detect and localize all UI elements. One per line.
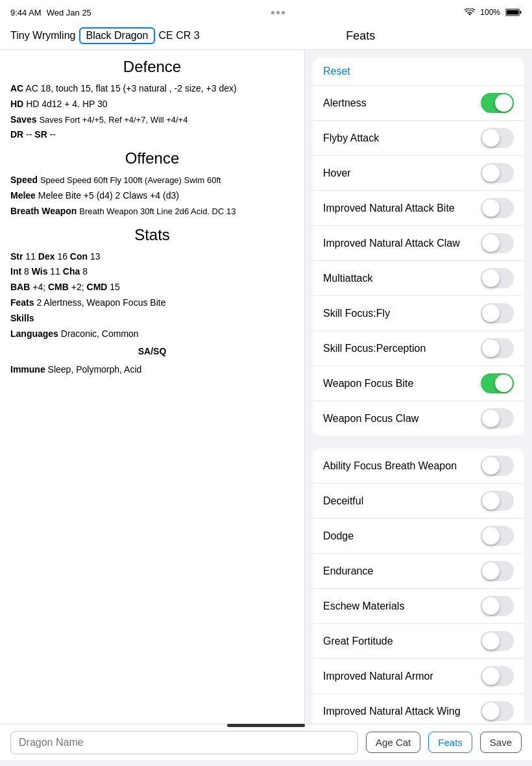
stats-title: Stats <box>10 226 294 244</box>
feat-toggle-improved-natural-attack-wing[interactable] <box>481 701 514 721</box>
feat-item-great-fortitude[interactable]: Great Fortitude <box>313 624 524 659</box>
defence-ac: AC AC 18, touch 15, flat 15 (+3 natural … <box>10 81 294 97</box>
feat-toggle-improved-natural-armor[interactable] <box>481 666 514 686</box>
status-date: Wed Jan 25 <box>47 8 91 18</box>
feat-toggle-improved-natural-attack-bite[interactable] <box>481 198 514 218</box>
offence-title: Offence <box>10 149 294 167</box>
scroll-indicator <box>227 724 305 727</box>
bottom-bar: Age Cat Feats Save <box>0 724 532 760</box>
feat-toggle-great-fortitude[interactable] <box>481 631 514 651</box>
feat-name-flyby-attack: Flyby Attack <box>323 132 379 144</box>
feat-toggle-deceitful[interactable] <box>481 491 514 511</box>
feat-name-improved-natural-attack-wing: Improved Natural Attack Wing <box>323 706 461 717</box>
offence-melee: Melee Melee Bite +5 (d4) 2 Claws +4 (d3) <box>10 188 294 204</box>
feat-toggle-improved-natural-attack-claw[interactable] <box>481 233 514 253</box>
defence-hd: HD HD 4d12 + 4. HP 30 <box>10 97 294 112</box>
feat-item-weapon-focus-bite[interactable]: Weapon Focus Bite <box>313 366 524 401</box>
feat-item-ability-focus-breath-weapon[interactable]: Ability Focus Breath Weapon <box>313 449 524 484</box>
svg-rect-2 <box>506 10 518 15</box>
svg-rect-1 <box>520 11 521 14</box>
stats-languages: Languages Draconic, Common <box>10 327 294 342</box>
feat-toggle-ability-focus-breath-weapon[interactable] <box>481 456 514 476</box>
status-time: 9:44 AM <box>10 8 42 18</box>
feat-name-alertness: Alertness <box>323 97 367 109</box>
feat-toggle-weapon-focus-bite[interactable] <box>481 373 514 393</box>
feat-toggle-hover[interactable] <box>481 163 514 183</box>
dragon-name-input[interactable] <box>10 731 358 754</box>
feat-toggle-dodge[interactable] <box>481 526 514 546</box>
stats-bab: BAB +4; CMB +2; CMD 15 <box>10 280 294 295</box>
status-bar: 9:44 AM Wed Jan 25 100% <box>0 0 532 23</box>
wifi-icon <box>465 8 475 16</box>
feat-name-skill-focus-fly: Skill Focus:Fly <box>323 308 390 319</box>
feat-item-multiattack[interactable]: Multiattack <box>313 261 524 296</box>
feat-item-improved-natural-attack-claw[interactable]: Improved Natural Attack Claw <box>313 226 524 261</box>
feat-name-improved-natural-attack-bite: Improved Natural Attack Bite <box>323 203 455 214</box>
feat-toggle-multiattack[interactable] <box>481 268 514 288</box>
stats-int: Int 8 Wis 11 Cha 8 <box>10 264 294 280</box>
defence-title: Defence <box>10 58 294 76</box>
feat-name-multiattack: Multiattack <box>323 273 372 284</box>
creature-name-box[interactable]: Black Dragon <box>79 27 154 44</box>
feat-item-deceitful[interactable]: Deceitful <box>313 484 524 519</box>
feat-item-eschew-materials[interactable]: Eschew Materials <box>313 589 524 624</box>
feat-name-hover: Hover <box>323 167 351 179</box>
feat-item-flyby-attack[interactable]: Flyby Attack <box>313 121 524 156</box>
feats-tab-button[interactable]: Feats <box>428 732 472 753</box>
feat-item-skill-focus-fly[interactable]: Skill Focus:Fly <box>313 296 524 331</box>
stats-feats: Feats 2 Alertness, Weapon Focus Bite <box>10 295 294 311</box>
feat-item-alertness[interactable]: Alertness <box>313 86 524 121</box>
feats-panel-title: Feats <box>200 29 522 43</box>
feat-toggle-eschew-materials[interactable] <box>481 596 514 616</box>
stats-str: Str 11 Dex 16 Con 13 <box>10 249 294 265</box>
creature-suffix: CE CR 3 <box>159 30 200 42</box>
feat-item-endurance[interactable]: Endurance <box>313 554 524 589</box>
save-button[interactable]: Save <box>480 732 522 753</box>
feat-item-hover[interactable]: Hover <box>313 156 524 191</box>
feat-toggle-endurance[interactable] <box>481 561 514 581</box>
feat-item-improved-natural-attack-wing[interactable]: Improved Natural Attack Wing <box>313 694 524 724</box>
feat-name-weapon-focus-bite: Weapon Focus Bite <box>323 378 413 389</box>
feat-name-deceitful: Deceitful <box>323 495 363 507</box>
feat-toggle-alertness[interactable] <box>481 93 514 113</box>
feat-item-skill-focus-perception[interactable]: Skill Focus:Perception <box>313 331 524 366</box>
feat-name-weapon-focus-claw: Weapon Focus Claw <box>323 413 418 425</box>
creature-prefix: Tiny Wrymling <box>10 30 75 42</box>
title-bar: Tiny Wrymling Black Dragon CE CR 3 Feats <box>0 23 532 50</box>
feat-item-weapon-focus-claw[interactable]: Weapon Focus Claw <box>313 401 524 436</box>
feat-toggle-skill-focus-perception[interactable] <box>481 338 514 358</box>
battery-label: 100% <box>480 8 500 17</box>
feat-toggle-skill-focus-fly[interactable] <box>481 303 514 323</box>
left-panel: Defence AC AC 18, touch 15, flat 15 (+3 … <box>0 50 305 724</box>
feat-name-ability-focus-breath-weapon: Ability Focus Breath Weapon <box>323 460 457 472</box>
feat-toggle-flyby-attack[interactable] <box>481 128 514 148</box>
creature-info: Tiny Wrymling Black Dragon CE CR 3 <box>10 27 200 44</box>
feat-name-skill-focus-perception: Skill Focus:Perception <box>323 343 426 354</box>
defence-saves: Saves Saves Fort +4/+5, Ref +4/+7, Will … <box>10 112 294 128</box>
feat-toggle-weapon-focus-claw[interactable] <box>481 408 514 428</box>
feat-name-eschew-materials: Eschew Materials <box>323 600 404 612</box>
offence-breath: Breath Weapon Breath Weapon 30ft Line 2d… <box>10 204 294 219</box>
stats-sasq: SA/SQ <box>10 344 294 360</box>
feat-name-endurance: Endurance <box>323 565 373 577</box>
stats-immune: Immune Sleep, Polymorph, Acid <box>10 362 294 378</box>
right-panel[interactable]: Reset AlertnessFlyby AttackHoverImproved… <box>305 50 532 724</box>
feat-item-dodge[interactable]: Dodge <box>313 519 524 554</box>
feat-name-improved-natural-attack-claw: Improved Natural Attack Claw <box>323 238 460 249</box>
feat-item-improved-natural-attack-bite[interactable]: Improved Natural Attack Bite <box>313 191 524 226</box>
feat-name-great-fortitude: Great Fortitude <box>323 636 393 647</box>
feat-item-improved-natural-armor[interactable]: Improved Natural Armor <box>313 659 524 694</box>
feat-name-dodge: Dodge <box>323 530 354 542</box>
battery-icon <box>505 8 522 16</box>
status-right: 100% <box>465 8 522 17</box>
status-dots <box>271 11 285 14</box>
stats-skills: Skills <box>10 311 294 327</box>
main-layout: Defence AC AC 18, touch 15, flat 15 (+3 … <box>0 50 532 724</box>
secondary-feats-list: Ability Focus Breath WeaponDeceitfulDodg… <box>313 449 524 724</box>
offence-speed: Speed Speed Speed 60ft Fly 100ft (Averag… <box>10 173 294 188</box>
reset-button[interactable]: Reset <box>313 58 524 86</box>
feat-name-improved-natural-armor: Improved Natural Armor <box>323 671 433 682</box>
primary-feats-list: Reset AlertnessFlyby AttackHoverImproved… <box>313 58 524 436</box>
defence-dr: DR -- SR -- <box>10 127 294 143</box>
age-cat-button[interactable]: Age Cat <box>366 732 420 753</box>
